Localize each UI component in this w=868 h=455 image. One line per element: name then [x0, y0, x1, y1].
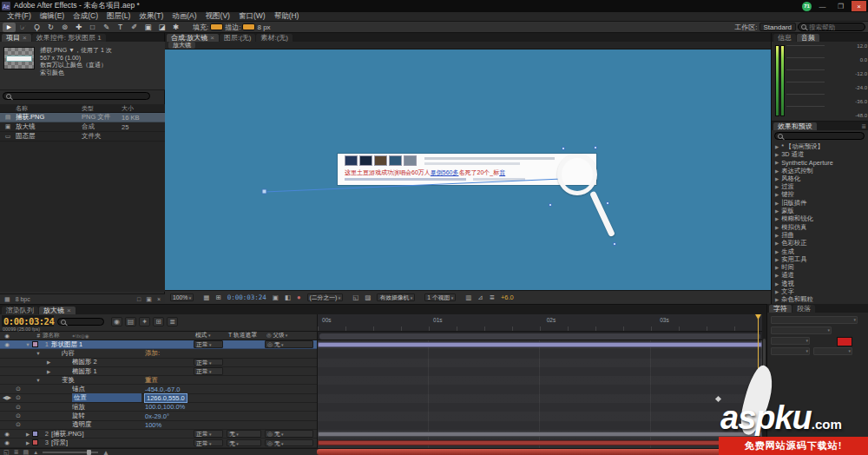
layer-color-chip[interactable] — [32, 439, 38, 445]
twirl-arrow[interactable]: ▶ — [775, 257, 779, 262]
twirl-arrow[interactable]: ▶ — [23, 440, 32, 445]
effects-category[interactable]: ▶ 3D 通道 — [772, 150, 868, 158]
timeline-toggle-icon[interactable]: ◉ — [111, 317, 122, 326]
graph-editor-icon[interactable]: ▤ — [23, 449, 30, 455]
twirl-arrow[interactable]: ▶ — [44, 359, 53, 365]
row-value[interactable]: 重置 — [145, 376, 158, 385]
row-label[interactable]: 锚点 — [72, 385, 141, 393]
layer-color-chip[interactable] — [32, 431, 38, 437]
project-item-row[interactable]: ▭ 固态层 文件夹 — [0, 132, 165, 142]
help-search-input[interactable] — [809, 23, 863, 31]
stroke-width-value[interactable]: 8 px — [257, 23, 270, 31]
tool-button[interactable]: ✱ — [169, 23, 182, 32]
viewer-control[interactable]: ▣ — [273, 293, 279, 301]
panel-tab[interactable]: 字符 — [769, 305, 792, 313]
work-area[interactable] — [317, 332, 762, 340]
overlay-badge[interactable]: 71 — [802, 2, 812, 11]
tool-button[interactable]: ☞ — [16, 23, 30, 32]
menu-item[interactable]: 合成(C) — [69, 11, 102, 22]
column-name[interactable]: 名称 — [16, 104, 82, 113]
blend-mode-select[interactable]: 正常 — [194, 367, 223, 375]
panel-tab[interactable]: 段落 — [792, 305, 815, 313]
panel-tab[interactable]: 项目× — [2, 34, 31, 42]
viewer-control[interactable]: 100% — [170, 293, 194, 301]
timeline-row[interactable]: ▶ 椭圆形 1 正常 — [0, 367, 317, 376]
tool-button[interactable]: □ — [86, 23, 99, 32]
fill-color-swatch[interactable] — [837, 337, 852, 346]
row-label[interactable]: [背景] — [51, 439, 68, 447]
category-label[interactable]: 杂色和颗粒 — [781, 295, 812, 304]
tool-button[interactable]: Ϙ — [30, 23, 43, 32]
timeline-zoom-slider[interactable] — [43, 452, 98, 453]
leading-select[interactable] — [771, 347, 810, 355]
panel-tab[interactable]: 合成:放大镜× — [167, 34, 219, 42]
breadcrumb[interactable]: 放大镜 — [168, 42, 195, 49]
viewer-control[interactable]: ● — [297, 293, 301, 301]
minimize-button[interactable]: — — [815, 1, 830, 11]
fill-swatch[interactable] — [210, 23, 223, 30]
viewer-control[interactable]: +6.0 — [501, 293, 514, 301]
panel-tab[interactable]: 放大镜× — [39, 307, 76, 314]
layer-duration-bar[interactable] — [318, 440, 762, 445]
delete-icon[interactable]: × — [157, 296, 161, 302]
row-label[interactable]: 缩放 — [72, 403, 141, 412]
twirl-arrow[interactable]: ▶ — [775, 281, 779, 287]
twirl-arrow[interactable]: ▶ — [23, 432, 32, 437]
bit-depth-indicator[interactable]: 8 bpc — [16, 296, 30, 302]
tool-button[interactable]: ✎ — [100, 23, 113, 32]
expand-transfer-icon[interactable]: ◱ — [3, 449, 10, 455]
maximize-button[interactable]: ❐ — [833, 1, 848, 11]
shape-handle[interactable] — [562, 147, 565, 150]
tool-button[interactable]: ◪ — [155, 23, 168, 32]
menu-item[interactable]: 动画(A) — [168, 11, 201, 22]
effects-category[interactable]: ▶ 扭曲 — [772, 231, 868, 239]
parent-select[interactable]: 无 — [265, 439, 313, 447]
layer-color-chip[interactable] — [32, 341, 38, 347]
timeline-search[interactable] — [57, 318, 104, 326]
visibility-toggle[interactable]: ◉ — [0, 439, 13, 446]
row-value[interactable]: -454.0,-67.0 — [145, 386, 180, 393]
blend-mode-select[interactable]: 正常 — [194, 439, 223, 447]
viewer-control[interactable]: ▦ — [203, 293, 209, 301]
row-value[interactable]: 1266.0,555.0 — [145, 394, 187, 402]
magnifier-ring-shape[interactable] — [557, 154, 597, 195]
twirl-arrow[interactable]: ▶ — [775, 216, 779, 221]
twirl-arrow[interactable]: ▼ — [23, 342, 32, 347]
effects-category[interactable]: ▶ 色彩校正 — [772, 240, 868, 247]
twirl-arrow[interactable]: ▼ — [34, 378, 43, 383]
row-value[interactable]: 100.0,100.0% — [145, 403, 185, 411]
effects-category[interactable]: ▶ 风格化 — [772, 175, 868, 182]
twirl-arrow[interactable]: ▶ — [775, 152, 779, 157]
viewer-control[interactable]: ≣ — [490, 293, 495, 301]
shape-handle[interactable] — [594, 146, 597, 149]
track-matte-select[interactable]: 无 — [227, 430, 261, 438]
tool-button[interactable]: ▣ — [141, 23, 155, 32]
twirl-arrow[interactable]: ▶ — [775, 160, 779, 165]
twirl-arrow[interactable]: ▶ — [44, 369, 53, 374]
project-search[interactable] — [3, 92, 150, 100]
menu-item[interactable]: 视图(V) — [201, 11, 234, 22]
stopwatch-icon[interactable]: ⊙ — [13, 404, 23, 411]
close-icon[interactable]: × — [23, 34, 27, 42]
item-name[interactable]: 放大镜 — [16, 122, 82, 131]
row-label[interactable]: 透明度 — [72, 420, 141, 429]
panel-tab[interactable]: 渲染队列 — [2, 307, 38, 314]
twirl-arrow[interactable]: ▶ — [775, 144, 779, 149]
interpret-footage-icon[interactable]: ▦ — [4, 296, 10, 303]
timeline-toggle-icon[interactable]: ≣ — [167, 317, 178, 326]
effects-category[interactable]: ▶ 实用工具 — [772, 255, 868, 263]
effects-category[interactable]: ▶ * 【动画预设】 — [772, 142, 868, 150]
help-search[interactable] — [798, 23, 865, 31]
panel-tab[interactable]: 素材:(无) — [256, 34, 293, 42]
effects-category[interactable]: ▶ 蒙版 — [772, 207, 868, 214]
effects-category[interactable]: ▶ 模糊和锐化 — [772, 215, 868, 223]
item-name[interactable]: 捕获.PNG — [16, 113, 82, 122]
row-value[interactable]: 0x-29.0° — [145, 412, 169, 420]
category-label[interactable]: 3D 通道 — [781, 150, 804, 159]
twirl-arrow[interactable]: ▶ — [775, 225, 779, 230]
panel-tab[interactable]: 信息 — [773, 34, 796, 42]
visibility-toggle[interactable]: ◀ ▶ — [0, 394, 13, 401]
twirl-arrow[interactable]: ▶ — [775, 265, 779, 270]
timeline-row[interactable]: ⊙ 缩放 100.0,100.0% — [0, 403, 317, 412]
effects-category[interactable]: ▶ 时间 — [772, 263, 868, 271]
